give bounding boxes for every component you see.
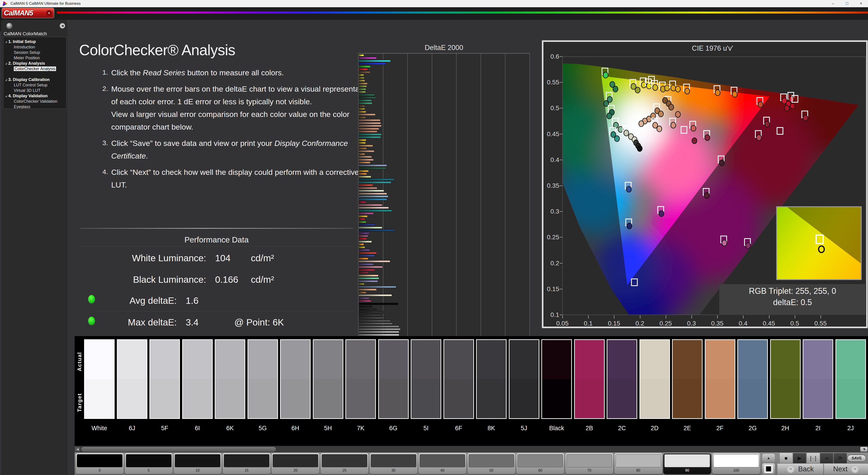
deltae-bar[interactable] — [359, 68, 368, 70]
deltae-bar[interactable] — [359, 221, 366, 223]
comparator-swatch-5h[interactable]: 5H — [313, 339, 343, 432]
deltae-bar[interactable] — [359, 255, 375, 257]
deltae-bar[interactable] — [359, 258, 368, 260]
deltae-bar[interactable] — [359, 328, 401, 330]
comparator-swatch-2f[interactable]: 2F — [705, 339, 735, 432]
deltae-chart[interactable] — [358, 53, 530, 342]
deltae-bar[interactable] — [359, 66, 370, 68]
deltae-bar[interactable] — [359, 178, 395, 180]
grayscale-step-50[interactable]: 50 — [467, 453, 515, 474]
deltae-bar[interactable] — [359, 311, 383, 313]
expander-icon[interactable]: ◢ — [3, 62, 8, 65]
grayscale-step-60[interactable]: 60 — [516, 453, 564, 474]
deltae-bar[interactable] — [359, 150, 374, 152]
deltae-bar[interactable] — [359, 159, 374, 161]
pattern-window-button[interactable] — [762, 463, 775, 475]
deltae-bar[interactable] — [359, 63, 386, 65]
comparator-swatch-6g[interactable]: 6G — [378, 339, 409, 432]
grayscale-step-30[interactable]: 30 — [370, 453, 417, 474]
comparator-swatch-2b[interactable]: 2B — [574, 339, 604, 432]
comparator-swatch-5g[interactable]: 5G — [248, 339, 278, 432]
radio-indicator-icon[interactable] — [6, 23, 12, 29]
deltae-bar[interactable] — [359, 170, 369, 172]
grayscale-step-80[interactable]: 80 — [614, 453, 662, 474]
sidebar-item-meter-position[interactable]: Meter Position — [3, 55, 66, 61]
deltae-bar[interactable] — [359, 317, 384, 319]
deltae-bar[interactable] — [359, 130, 377, 132]
comparator-swatch-6h[interactable]: 6H — [280, 339, 311, 432]
back-button[interactable]: « Back — [777, 464, 823, 475]
deltae-bar[interactable] — [359, 136, 381, 138]
sidebar-item-4-display-validation[interactable]: ◢4. Display Validation — [3, 93, 66, 99]
deltae-bar[interactable] — [359, 210, 392, 212]
sidebar-item-2-display-analysis[interactable]: ◢2. Display Analysis — [3, 61, 66, 66]
comparator-swatch-2h[interactable]: 2H — [770, 339, 801, 432]
deltae-bar[interactable] — [359, 263, 374, 265]
sidebar-item-lut-control-setup[interactable]: LUT Control Setup — [3, 82, 66, 88]
deltae-bar[interactable] — [359, 320, 391, 322]
deltae-bar[interactable] — [359, 212, 374, 214]
deltae-bar[interactable] — [359, 196, 388, 198]
deltae-bar[interactable] — [359, 283, 364, 285]
deltae-bar[interactable] — [359, 269, 375, 271]
comparator-swatch-2j[interactable]: 2J — [835, 339, 866, 432]
scrollbar-thumb[interactable] — [81, 447, 276, 451]
comparator-swatch-7k[interactable]: 7K — [345, 339, 376, 432]
deltae-bar[interactable] — [359, 227, 382, 229]
grayscale-step-0[interactable]: 0 — [76, 453, 124, 474]
deltae-bar[interactable] — [359, 111, 366, 113]
close-button[interactable]: × — [854, 0, 868, 7]
deltae-bar[interactable] — [359, 122, 381, 124]
deltae-bar[interactable] — [359, 294, 392, 296]
comparator-scrollbar[interactable]: ◀ — [74, 446, 868, 452]
deltae-bar[interactable] — [359, 161, 370, 164]
deltae-bar[interactable] — [359, 252, 377, 254]
comparator-swatch-2e[interactable]: 2E — [672, 339, 703, 432]
expander-icon[interactable]: ◢ — [3, 95, 8, 97]
deltae-bar[interactable] — [359, 114, 375, 116]
deltae-bar[interactable] — [359, 139, 366, 141]
grayscale-step-25[interactable]: 25 — [320, 453, 368, 474]
deltae-bar[interactable] — [359, 133, 381, 136]
expander-icon[interactable]: ◢ — [3, 40, 8, 43]
deltae-bar[interactable] — [359, 292, 366, 294]
sidebar-item-introduction[interactable]: Introduction — [3, 44, 66, 50]
deltae-bar[interactable] — [359, 275, 378, 277]
deltae-bar[interactable] — [359, 119, 380, 121]
deltae-bar[interactable] — [359, 229, 395, 231]
deltae-bar[interactable] — [359, 145, 373, 147]
deltae-bar[interactable] — [359, 54, 364, 56]
comparator-swatch-5f[interactable]: 5F — [149, 339, 180, 432]
deltae-bar[interactable] — [359, 277, 379, 279]
deltae-bar[interactable] — [359, 300, 371, 302]
sidebar-item-eyeglass[interactable]: Eyeglass — [3, 104, 66, 109]
grayscale-step-20[interactable]: 20 — [272, 453, 319, 474]
deltae-bar[interactable] — [359, 207, 389, 209]
deltae-bar[interactable] — [359, 173, 367, 175]
sidebar-item-1-initial-setup[interactable]: ◢1. Initial Setup — [3, 39, 66, 44]
deltae-bar[interactable] — [359, 249, 370, 251]
deltae-bar[interactable] — [359, 153, 365, 155]
deltae-bar[interactable] — [359, 105, 365, 107]
comparator-swatch-white[interactable]: White — [84, 339, 115, 432]
deltae-bar[interactable] — [359, 331, 399, 333]
deltae-bar[interactable] — [359, 165, 387, 167]
grayscale-step-5[interactable]: 5 — [125, 453, 173, 474]
play-button[interactable]: ▶ — [793, 453, 806, 463]
deltae-bar[interactable] — [359, 224, 375, 226]
deltae-bar[interactable] — [359, 187, 377, 189]
deltae-bar[interactable] — [359, 57, 377, 59]
deltae-bar[interactable] — [359, 326, 399, 328]
deltae-bar[interactable] — [359, 156, 372, 158]
maximize-button[interactable]: □ — [840, 0, 854, 7]
deltae-bar[interactable] — [359, 142, 366, 144]
expand-corner-button[interactable]: ◥ — [860, 447, 868, 452]
comparator-swatch-2i[interactable]: 2I — [803, 339, 833, 432]
deltae-bar[interactable] — [359, 314, 381, 316]
custom-size-button[interactable]: [··] — [807, 453, 819, 463]
minimize-button[interactable]: – — [826, 0, 840, 7]
deltae-bar[interactable] — [359, 147, 367, 149]
stop-button[interactable]: ■ — [779, 453, 793, 463]
deltae-bar[interactable] — [359, 176, 371, 178]
deltae-bar[interactable] — [359, 71, 370, 73]
